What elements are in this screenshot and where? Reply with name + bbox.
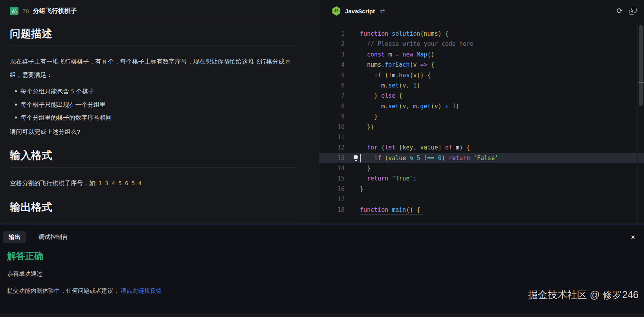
list-item: 每个分组里的棋子的数字序号相同: [10, 111, 296, 124]
code-editor[interactable]: 1function solution(nums) {2 // Please wr…: [319, 22, 644, 215]
description-heading: 问题描述: [10, 27, 296, 46]
language-label: JavaScript: [345, 8, 375, 15]
scrollbar-track: [637, 22, 638, 224]
line-number: 11: [319, 132, 345, 142]
code-line-7[interactable]: 7 } else {: [319, 91, 644, 101]
line-number: 8: [319, 101, 345, 111]
text-cursor: [360, 154, 361, 162]
tab-debug-console[interactable]: 调试控制台: [33, 231, 73, 243]
line-number: 16: [319, 184, 345, 194]
rules-list: 每个分组只能包含 5 个棋子 每个棋子只能出现在一个分组里 每个分组里的棋子的数…: [10, 85, 296, 124]
close-icon[interactable]: ×: [631, 234, 635, 240]
switch-language-icon[interactable]: ⇄: [380, 7, 385, 15]
code-line-13[interactable]: 13 if (value % 5 !== 0) return 'False': [319, 153, 644, 163]
code-line-2[interactable]: 2 // Please write your code here: [319, 39, 644, 49]
list-item: 每个棋子只能出现在一个分组里: [10, 98, 296, 111]
problem-header: 易 78 分组飞行棋棋子: [0, 0, 319, 22]
code-line-10[interactable]: 10 }): [319, 122, 644, 132]
bullet-icon: [15, 117, 17, 118]
line-number: 14: [319, 163, 345, 173]
code-line-8[interactable]: 8 m.set(v, m.get(v) + 1): [319, 101, 644, 111]
line-number: 15: [319, 173, 345, 184]
input-heading: 输入格式: [10, 148, 296, 168]
inline-code: N: [103, 58, 106, 65]
line-number: 1: [319, 29, 345, 39]
code-line-11[interactable]: 11: [319, 132, 644, 142]
reset-code-icon[interactable]: ⟳: [616, 7, 623, 15]
code-line-1[interactable]: 1function solution(nums) {: [319, 29, 644, 39]
nodejs-icon: JS: [332, 6, 341, 16]
editor-panel: JS JavaScript ⇄ ⟳ 1function solution(num…: [319, 0, 644, 224]
bottom-scrollbar-strip: [0, 313, 644, 317]
lightbulb-icon[interactable]: [354, 155, 358, 162]
line-number: 12: [319, 142, 345, 153]
vertical-scrollbar-thumb[interactable]: [639, 25, 643, 106]
code-line-5[interactable]: 5 if (!m.has(v)) {: [319, 70, 644, 80]
tab-output[interactable]: 输出: [3, 231, 26, 243]
horizontal-scrollbar-thumb[interactable]: [360, 214, 423, 215]
problem-content: 问题描述 现在桌子上有一堆飞行棋棋子，有 N 个，每个棋子上标有数字序号，现在想…: [0, 27, 319, 224]
input-description: 空格分割的飞行棋棋子序号，如: 1 3 4 5 6 5 4: [10, 177, 296, 190]
line-number: 17: [319, 194, 345, 204]
code-line-3[interactable]: 3 const m = new Map(): [319, 49, 644, 60]
output-panel: 输出 调试控制台 × 解答正确 恭喜成功通过 提交功能内测体验中，任何问题或者建…: [0, 224, 644, 317]
editor-header: JS JavaScript ⇄ ⟳: [319, 0, 644, 22]
code-line-18[interactable]: 18function main() {: [319, 205, 644, 215]
line-number: 5: [319, 70, 345, 80]
problem-panel: 易 78 分组飞行棋棋子 问题描述 现在桌子上有一堆飞行棋棋子，有 N 个，每个…: [0, 0, 319, 224]
line-number: 10: [319, 122, 345, 132]
list-item: 每个分组只能包含 5 个棋子: [10, 85, 296, 98]
line-number: 4: [319, 60, 345, 70]
problem-number: 78: [22, 8, 29, 15]
line-number: 18: [319, 205, 345, 215]
code-line-6[interactable]: 6 m.set(v, 1): [319, 80, 644, 91]
code-line-17[interactable]: 17: [319, 194, 644, 204]
output-heading: 输出格式: [10, 200, 296, 219]
code-line-14[interactable]: 14 }: [319, 163, 644, 173]
code-line-15[interactable]: 15 return "True";: [319, 173, 644, 184]
overview-ruler-mark: [638, 82, 644, 83]
inline-code: 1 3 4 5 6 5 4: [99, 180, 142, 186]
line-number: 3: [319, 49, 345, 60]
line-number: 6: [319, 80, 345, 91]
inline-code: 5: [71, 88, 74, 95]
editor-actions: ⟳: [616, 7, 637, 15]
line-number: 7: [319, 91, 345, 101]
result-subtitle: 恭喜成功通过: [7, 270, 644, 278]
line-number: 9: [319, 111, 345, 122]
code-line-4[interactable]: 4 nums.forEach(v => {: [319, 60, 644, 70]
problem-intro: 现在桌子上有一堆飞行棋棋子，有 N 个，每个棋子上标有数字序号，现在想让你帮忙给…: [10, 55, 296, 81]
feedback-text: 提交功能内测体验中，任何问题或者建议：: [7, 287, 119, 294]
bullet-icon: [15, 104, 17, 106]
inline-code: M: [286, 58, 289, 65]
result-status: 解答正确: [7, 250, 644, 262]
feedback-link[interactable]: 请点此链接反馈: [121, 287, 162, 294]
line-number: 2: [319, 39, 345, 49]
watermark: 掘金技术社区 @ 修罗246: [528, 288, 638, 301]
problem-question: 请问可以完成上述分组么?: [10, 125, 296, 138]
code-line-16[interactable]: 16}: [319, 184, 644, 194]
bullet-icon: [15, 90, 17, 92]
panel-layout-icon[interactable]: [629, 8, 637, 15]
app-window: 易 78 分组飞行棋棋子 问题描述 现在桌子上有一堆飞行棋棋子，有 N 个，每个…: [0, 0, 644, 317]
code-line-12[interactable]: 12 for (let [key, value] of m) {: [319, 142, 644, 153]
difficulty-badge: 易: [10, 7, 18, 15]
output-tabs: 输出 调试控制台: [3, 231, 644, 243]
problem-title: 分组飞行棋棋子: [33, 7, 77, 15]
code-line-9[interactable]: 9 }: [319, 111, 644, 122]
line-number: 13: [319, 153, 345, 163]
